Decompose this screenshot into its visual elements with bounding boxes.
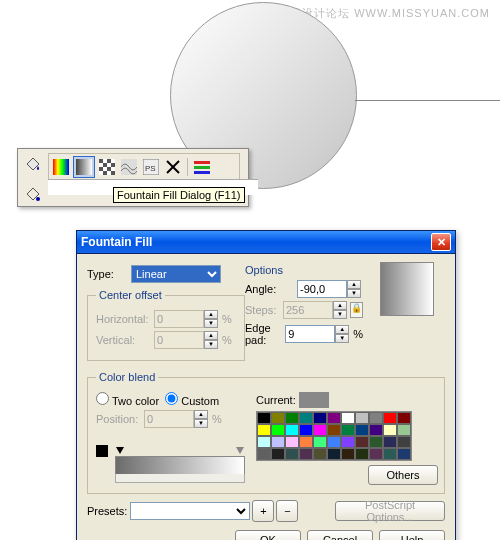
help-button[interactable]: Help [379,530,445,540]
palette-swatch[interactable] [299,436,313,448]
close-icon[interactable]: ✕ [431,233,451,251]
palette-swatch[interactable] [369,412,383,424]
palette-swatch[interactable] [327,448,341,460]
pattern-fill-icon[interactable] [97,157,117,177]
palette-swatch[interactable] [397,424,411,436]
canvas-guide-line [355,100,500,101]
palette-swatch[interactable] [271,436,285,448]
palette-swatch[interactable] [383,448,397,460]
palette-swatch[interactable] [257,448,271,460]
palette-swatch[interactable] [341,436,355,448]
lock-icon[interactable]: 🔒 [350,302,363,318]
options-legend: Options [245,264,363,276]
palette-swatch[interactable] [341,412,355,424]
position-label: Position: [96,413,144,425]
steps-label: Steps: [245,304,283,316]
palette-swatch[interactable] [313,436,327,448]
preset-remove-button[interactable]: − [276,500,298,522]
horizontal-spin [154,310,204,328]
node-color-swatch[interactable] [96,445,108,457]
type-label: Type: [87,268,131,280]
palette-swatch[interactable] [397,448,411,460]
custom-radio-label[interactable]: Custom [165,392,219,407]
presets-label: Presets: [87,505,127,517]
center-offset-legend: Center offset [96,289,165,301]
palette-swatch[interactable] [341,424,355,436]
palette-swatch[interactable] [285,448,299,460]
ok-button[interactable]: OK [235,530,301,540]
svg-rect-10 [103,171,107,175]
palette-swatch[interactable] [257,424,271,436]
svg-rect-8 [99,167,103,171]
palette-swatch[interactable] [257,436,271,448]
two-color-radio[interactable] [96,392,109,405]
svg-text:PS: PS [145,164,156,173]
svg-rect-19 [194,171,210,174]
steps-spin [283,301,333,319]
palette-swatch[interactable] [369,424,383,436]
preset-add-button[interactable]: + [252,500,274,522]
palette-swatch[interactable] [271,424,285,436]
fill-flyout-toolbar: PS Fountain Fill Dialog (F11) [17,148,249,207]
titlebar[interactable]: Fountain Fill ✕ [77,231,455,254]
fountain-fill-dialog: Fountain Fill ✕ Type: Linear Center offs… [76,230,456,540]
bucket-outline-icon[interactable] [24,185,42,203]
texture-fill-icon[interactable] [119,157,139,177]
svg-rect-7 [111,163,115,167]
cancel-button[interactable]: Cancel [307,530,373,540]
svg-rect-17 [194,161,210,164]
palette-swatch[interactable] [369,436,383,448]
edgepad-spin[interactable] [285,325,335,343]
palette-swatch[interactable] [383,412,397,424]
position-spin [144,410,194,428]
spin-buttons: ▲▼ [204,310,218,328]
palette-swatch[interactable] [397,412,411,424]
others-button[interactable]: Others [368,465,438,485]
gradient-preview [380,262,434,316]
palette-swatch[interactable] [285,436,299,448]
two-color-radio-label[interactable]: Two color [96,392,159,407]
palette-swatch[interactable] [299,448,313,460]
fountain-fill-icon[interactable] [73,156,95,178]
palette-swatch[interactable] [369,448,383,460]
gradient-marker-start[interactable] [116,447,124,454]
palette-swatch[interactable] [355,436,369,448]
bucket-fill-icon[interactable] [24,155,42,173]
color-palette[interactable] [256,411,412,461]
palette-swatch[interactable] [271,448,285,460]
no-fill-icon[interactable] [163,157,183,177]
horizontal-label: Horizontal: [96,313,154,325]
palette-swatch[interactable] [327,412,341,424]
vertical-label: Vertical: [96,334,154,346]
palette-swatch[interactable] [397,436,411,448]
palette-swatch[interactable] [341,448,355,460]
palette-swatch[interactable] [299,412,313,424]
palette-swatch[interactable] [327,436,341,448]
palette-swatch[interactable] [285,412,299,424]
presets-combo[interactable] [130,502,250,520]
angle-spin[interactable] [297,280,347,298]
palette-swatch[interactable] [355,448,369,460]
palette-swatch[interactable] [271,412,285,424]
palette-swatch[interactable] [313,424,327,436]
palette-swatch[interactable] [257,412,271,424]
uniform-fill-icon[interactable] [51,157,71,177]
svg-rect-1 [53,159,69,175]
palette-swatch[interactable] [327,424,341,436]
palette-swatch[interactable] [383,436,397,448]
gradient-ramp[interactable] [115,456,245,476]
palette-swatch[interactable] [355,412,369,424]
palette-swatch[interactable] [355,424,369,436]
palette-swatch[interactable] [299,424,313,436]
gradient-marker-end[interactable] [236,447,244,454]
palette-swatch[interactable] [313,448,327,460]
palette-swatch[interactable] [383,424,397,436]
postscript-fill-icon[interactable]: PS [141,157,161,177]
tooltip: Fountain Fill Dialog (F11) [113,187,245,203]
custom-radio[interactable] [165,392,178,405]
fill-dialog-icon[interactable] [192,157,212,177]
current-swatch[interactable] [299,392,329,408]
palette-swatch[interactable] [313,412,327,424]
palette-swatch[interactable] [285,424,299,436]
type-combo[interactable]: Linear [131,265,221,283]
